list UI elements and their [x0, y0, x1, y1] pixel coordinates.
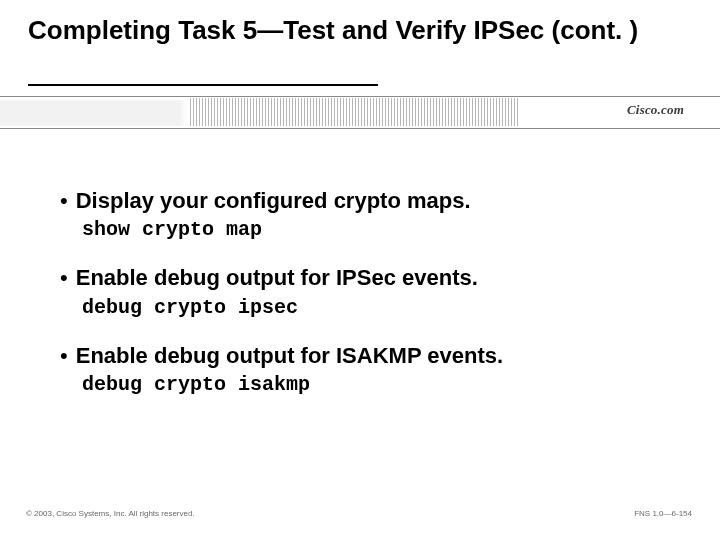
command-text: debug crypto ipsec: [82, 296, 680, 319]
bullet-item: • Display your configured crypto maps. s…: [60, 188, 680, 241]
bullet-icon: •: [60, 190, 68, 212]
bullet-text: Enable debug output for ISAKMP events.: [76, 343, 503, 369]
bullet-line: • Enable debug output for ISAKMP events.: [60, 343, 680, 369]
title-underline: [28, 84, 378, 86]
footer-copyright: © 2003, Cisco Systems, Inc. All rights r…: [26, 509, 195, 518]
decorative-band: [0, 96, 720, 130]
bullet-line: • Display your configured crypto maps.: [60, 188, 680, 214]
command-text: show crypto map: [82, 218, 680, 241]
bullet-line: • Enable debug output for IPSec events.: [60, 265, 680, 291]
bullet-item: • Enable debug output for ISAKMP events.…: [60, 343, 680, 396]
command-text: debug crypto isakmp: [82, 373, 680, 396]
bullet-text: Enable debug output for IPSec events.: [76, 265, 478, 291]
bullet-item: • Enable debug output for IPSec events. …: [60, 265, 680, 318]
bullet-icon: •: [60, 345, 68, 367]
content-area: • Display your configured crypto maps. s…: [60, 188, 680, 420]
slide: Completing Task 5—Test and Verify IPSec …: [0, 0, 720, 540]
footer-page-ref: FNS 1.0—6-154: [634, 509, 692, 518]
bullet-text: Display your configured crypto maps.: [76, 188, 471, 214]
slide-title: Completing Task 5—Test and Verify IPSec …: [28, 14, 692, 47]
cisco-logo: Cisco.com: [621, 102, 690, 118]
band-line-bottom: [0, 128, 720, 129]
band-line-top: [0, 96, 720, 97]
band-ticks: [190, 98, 520, 126]
bullet-icon: •: [60, 267, 68, 289]
